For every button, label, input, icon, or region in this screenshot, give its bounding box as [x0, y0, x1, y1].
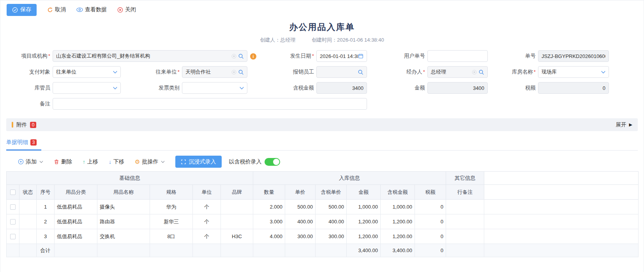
- cell-price[interactable]: 400.00: [285, 214, 316, 229]
- cell-unit[interactable]: 个: [193, 200, 221, 214]
- plus-circle-icon: [18, 159, 24, 165]
- cell-brand[interactable]: [221, 214, 253, 229]
- info-icon[interactable]: i: [250, 53, 256, 60]
- cell-amount[interactable]: 1,000.00: [347, 200, 381, 214]
- cell-note[interactable]: [446, 200, 484, 214]
- clear-icon[interactable]: [472, 70, 477, 75]
- col-seq: 序号: [37, 185, 55, 200]
- immersive-entry-button[interactable]: 沉浸式录入: [175, 156, 222, 168]
- counterparty-label: 往来单位*: [123, 66, 180, 78]
- cell-name[interactable]: 路由器: [97, 214, 150, 229]
- tax-incl-amount-value: 3400: [352, 85, 363, 91]
- cell-amount[interactable]: 1,200.00: [347, 214, 381, 229]
- handler-value: 总经理: [431, 68, 472, 75]
- save-button[interactable]: 保存: [7, 4, 37, 16]
- invoice-type-label: 发票类别: [123, 82, 180, 94]
- cell-tax-price[interactable]: 500.00: [316, 200, 347, 214]
- total-empty: [193, 244, 221, 257]
- select-all-checkbox[interactable]: [10, 190, 16, 195]
- invoice-type-select[interactable]: [182, 82, 247, 94]
- cell-tax-price[interactable]: 300.00: [316, 229, 347, 244]
- cell-seq: 3: [37, 229, 55, 244]
- user-no-field[interactable]: [427, 50, 488, 62]
- search-icon[interactable]: [238, 53, 244, 59]
- cell-unit[interactable]: 个: [193, 214, 221, 229]
- created-time-meta: 创建时间：2026-01-06 14:38:40: [312, 37, 384, 43]
- remark-field[interactable]: [53, 98, 367, 110]
- total-empty: [316, 244, 347, 257]
- date-field[interactable]: 2026-01-01 14:38:01: [316, 50, 367, 62]
- row-checkbox[interactable]: [10, 234, 16, 239]
- cell-price[interactable]: 300.00: [285, 229, 316, 244]
- move-up-button[interactable]: ↑ 上移: [83, 158, 98, 165]
- total-empty: [150, 244, 193, 257]
- clear-icon[interactable]: [231, 70, 236, 75]
- cell-tax-amount[interactable]: 1,200.00: [381, 229, 415, 244]
- cell-spec[interactable]: 新华三: [150, 214, 193, 229]
- cell-name[interactable]: 交换机: [97, 229, 150, 244]
- search-icon[interactable]: [358, 69, 363, 75]
- col-price: 单价: [285, 185, 316, 200]
- project-field[interactable]: 山东金石建设工程有限公司_财务结算机构 i: [53, 50, 247, 62]
- tax-price-toggle[interactable]: [265, 158, 280, 166]
- clear-icon[interactable]: [231, 54, 236, 59]
- cell-tax[interactable]: 0: [415, 214, 446, 229]
- add-row-button[interactable]: 添加: [18, 158, 43, 165]
- cell-tax-amount[interactable]: 1,000.00: [381, 200, 415, 214]
- cell-price[interactable]: 500.00: [285, 200, 316, 214]
- tab-detail-label: 单据明细: [6, 139, 28, 146]
- row-checkbox[interactable]: [10, 219, 16, 225]
- table-row: 2 低值易耗品 路由器 新华三 个 3.000 400.00 400.00 1,…: [7, 214, 639, 229]
- cell-spec[interactable]: 8口: [150, 229, 193, 244]
- cell-unit[interactable]: 个: [193, 229, 221, 244]
- search-icon[interactable]: [238, 69, 244, 75]
- cell-qty[interactable]: 2.000: [253, 200, 285, 214]
- warehouse-select[interactable]: 现场库: [538, 66, 609, 78]
- cell-category[interactable]: 低值易耗品: [55, 229, 97, 244]
- batch-operation-button[interactable]: ⚙ 批操作: [135, 158, 165, 165]
- user-no-label: 用户单号: [369, 50, 425, 62]
- counterparty-field[interactable]: 天明合作社: [182, 66, 247, 78]
- cell-tax[interactable]: 0: [415, 200, 446, 214]
- view-data-button[interactable]: 查看数据: [76, 6, 107, 13]
- amount-label: 金额: [369, 82, 425, 94]
- cell-qty[interactable]: 4.000: [253, 229, 285, 244]
- attachment-expand-button[interactable]: 展开 ▶: [616, 121, 632, 128]
- delete-row-button[interactable]: 删除: [54, 158, 72, 165]
- table-row: 3 低值易耗品 交换机 8口 个 H3C 4.000 300.00 300.00…: [7, 229, 639, 244]
- search-icon[interactable]: [478, 69, 484, 75]
- close-circle-icon: [117, 7, 123, 13]
- calendar-icon[interactable]: [358, 53, 363, 59]
- cell-amount[interactable]: 1,200.00: [347, 229, 381, 244]
- close-button[interactable]: 关闭: [117, 6, 136, 13]
- cell-category[interactable]: 低值易耗品: [55, 214, 97, 229]
- cell-brand[interactable]: [221, 200, 253, 214]
- cell-note[interactable]: [446, 214, 484, 229]
- tab-detail[interactable]: 单据明细 3: [6, 139, 37, 146]
- table-group-header-row: 基础信息 入库信息 其它信息: [7, 172, 639, 185]
- reimburse-employee-field[interactable]: [316, 66, 367, 78]
- move-down-button[interactable]: ↓ 下移: [109, 158, 124, 165]
- cell-tax-amount[interactable]: 1,200.00: [381, 214, 415, 229]
- col-spec: 规格: [150, 185, 193, 200]
- pay-target-select[interactable]: 往来单位: [53, 66, 121, 78]
- warehouse-keeper-select[interactable]: [53, 82, 121, 94]
- cell-spec[interactable]: 华为: [150, 200, 193, 214]
- cell-category[interactable]: 低值易耗品: [55, 200, 97, 214]
- total-empty: [446, 244, 484, 257]
- cell-brand[interactable]: H3C: [221, 229, 253, 244]
- handler-field[interactable]: 总经理: [427, 66, 488, 78]
- cancel-button[interactable]: 取消: [47, 6, 66, 13]
- row-checkbox[interactable]: [10, 204, 16, 210]
- cell-tax[interactable]: 0: [415, 229, 446, 244]
- cell-note[interactable]: [446, 229, 484, 244]
- tax-price-toggle-label: 以含税价录入: [229, 158, 261, 165]
- select-all-cell: [7, 185, 19, 200]
- cell-name[interactable]: 摄像头: [97, 200, 150, 214]
- cell-qty[interactable]: 3.000: [253, 214, 285, 229]
- attachment-bar[interactable]: 附件 0 展开 ▶: [6, 118, 638, 131]
- expand-label: 展开: [616, 121, 626, 128]
- cell-tax-price[interactable]: 400.00: [316, 214, 347, 229]
- attachment-label: 附件: [16, 121, 27, 128]
- tax-label: 税额: [490, 82, 536, 94]
